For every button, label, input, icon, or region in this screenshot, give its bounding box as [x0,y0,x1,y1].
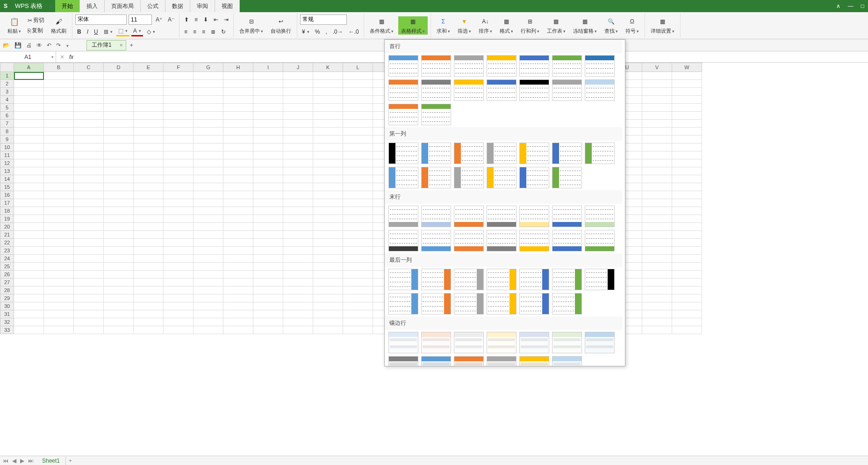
merge-center-button[interactable]: ⊟合并居中 [237,16,266,35]
cell[interactable] [194,207,223,215]
cell[interactable] [642,294,672,302]
comma-icon[interactable]: , [323,28,329,36]
minimize-icon[interactable]: — [844,3,857,9]
cell[interactable] [74,263,104,271]
cell[interactable] [343,302,373,310]
cell[interactable] [283,326,313,334]
style-thumb[interactable] [552,79,582,101]
cell[interactable] [223,136,253,143]
cell[interactable] [164,231,194,239]
column-header[interactable]: E [134,63,164,72]
row-header[interactable]: 5 [0,104,14,112]
column-header[interactable]: C [74,63,104,72]
cell[interactable] [343,167,373,175]
style-thumb[interactable] [519,55,549,77]
cell[interactable] [134,120,164,128]
cell[interactable] [164,239,194,247]
cell[interactable] [74,96,104,104]
cell[interactable] [44,80,74,88]
style-thumb[interactable] [421,269,451,290]
style-thumb[interactable] [585,269,615,290]
cell[interactable] [223,223,253,231]
cell[interactable] [74,294,104,302]
cell[interactable] [194,302,223,310]
cell[interactable] [14,120,44,128]
cell[interactable] [642,271,672,279]
cell[interactable] [343,136,373,143]
cell[interactable] [283,72,313,80]
style-thumb[interactable] [421,206,451,227]
row-header[interactable]: 32 [0,318,14,326]
undo-icon[interactable]: ↶ [46,42,52,49]
cell[interactable] [253,80,283,88]
align-left-icon[interactable]: ≡ [182,28,189,36]
cell[interactable] [642,302,672,310]
style-thumb[interactable] [519,167,549,188]
cell[interactable] [253,128,283,136]
cell[interactable] [164,88,194,96]
cell[interactable] [283,247,313,255]
paste-button[interactable]: 粘贴 [5,16,24,35]
cell[interactable] [104,239,134,247]
cell[interactable] [134,128,164,136]
cell[interactable] [14,112,44,120]
row-header[interactable]: 23 [0,247,14,255]
style-thumb[interactable] [454,167,484,188]
column-header[interactable]: B [44,63,74,72]
align-bottom-icon[interactable]: ⬇ [201,15,210,24]
column-header[interactable]: G [194,63,223,72]
cell[interactable] [223,231,253,239]
cell[interactable] [223,318,253,326]
style-thumb[interactable] [454,55,484,77]
cell[interactable] [642,318,672,326]
detailed-settings-button[interactable]: ▦详细设置 [648,16,677,35]
worksheet-button[interactable]: ▦工作表 [544,16,568,35]
cell[interactable] [44,88,74,96]
cell[interactable] [343,88,373,96]
cell[interactable] [134,239,164,247]
style-thumb[interactable] [388,55,418,77]
cell[interactable] [44,175,74,183]
cell[interactable] [104,191,134,199]
cell[interactable] [74,318,104,326]
cell[interactable] [223,310,253,318]
cell[interactable] [134,112,164,120]
cell[interactable] [134,96,164,104]
row-header[interactable]: 10 [0,143,14,151]
table-style-button[interactable]: ▦表格样式 [398,16,428,35]
cell[interactable] [134,199,164,207]
cell[interactable] [642,72,672,80]
cell[interactable] [313,104,343,112]
cell[interactable] [313,310,343,318]
cell[interactable] [134,80,164,88]
cell[interactable] [134,215,164,223]
cell[interactable] [104,310,134,318]
cell[interactable] [44,255,74,263]
cell[interactable] [313,247,343,255]
row-header[interactable]: 27 [0,279,14,286]
cell[interactable] [343,120,373,128]
style-thumb[interactable] [519,206,549,227]
cell[interactable] [134,143,164,151]
cell[interactable] [672,151,702,159]
style-thumb[interactable] [552,143,582,164]
find-button[interactable]: 🔍查找 [602,16,621,35]
decimal-increase-icon[interactable]: .0→ [331,28,345,36]
cell[interactable] [164,326,194,334]
cell[interactable] [14,271,44,279]
row-header[interactable]: 4 [0,96,14,104]
row-header[interactable]: 17 [0,199,14,207]
cell[interactable] [134,88,164,96]
row-header[interactable]: 25 [0,263,14,271]
cell[interactable] [253,255,283,263]
font-color-button[interactable]: A [131,27,143,36]
cell[interactable] [14,294,44,302]
cell[interactable] [313,263,343,271]
cell[interactable] [253,223,283,231]
filter-button[interactable]: ▼筛选 [455,16,474,35]
cell[interactable] [672,247,702,255]
cell[interactable] [44,223,74,231]
row-header[interactable]: 14 [0,175,14,183]
style-thumb[interactable] [552,356,582,366]
cell[interactable] [74,112,104,120]
